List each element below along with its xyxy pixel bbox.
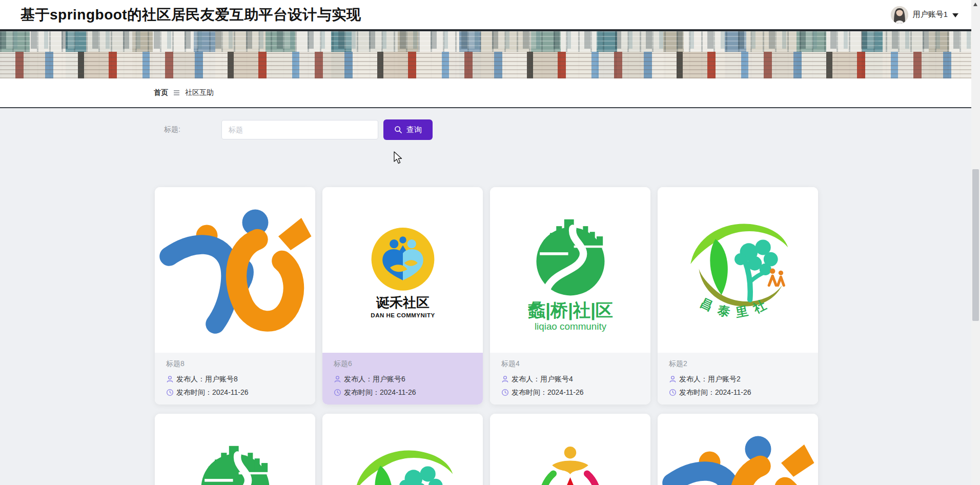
card-image: 昌泰里社区 [658, 187, 818, 353]
person-icon [669, 375, 677, 383]
card-image [322, 414, 483, 485]
page-title: 基于springboot的社区居民友爱互助平台设计与实现 [21, 5, 361, 25]
user-menu[interactable]: 用户账号1 [891, 0, 958, 29]
heart-people-logo-icon [158, 193, 312, 347]
header: 基于springboot的社区居民友爱互助平台设计与实现 用户账号1 [0, 0, 980, 29]
person-icon [334, 375, 341, 383]
person-icon [501, 375, 509, 383]
card[interactable]: 标题8 发布人：用户账号8 发布时间：2024-11-26 [155, 187, 315, 405]
publisher-value: 用户账号6 [373, 372, 405, 386]
card-image: 诞禾社区 DAN HE COMMYNITY [322, 187, 483, 353]
search-button-label: 查询 [406, 125, 422, 135]
card-grid: 标题8 发布人：用户账号8 发布时间：2024-11-26 [155, 187, 819, 485]
card-time-row: 发布时间：2024-11-26 [334, 386, 472, 399]
card-title: 标题2 [669, 359, 807, 369]
clock-icon [501, 389, 509, 396]
card-info: 标题4 发布人：用户账号4 发布时间：2024-11-26 [490, 353, 650, 405]
breadcrumb-home[interactable]: 首页 [154, 88, 168, 97]
clock-icon [669, 389, 677, 396]
star-people-logo-icon [510, 436, 630, 485]
card[interactable] [490, 414, 650, 485]
card-publisher-row: 发布人：用户账号8 [166, 372, 304, 386]
time-label: 发布时间： [176, 386, 212, 399]
publisher-value: 用户账号4 [540, 372, 573, 386]
publisher-label: 发布人： [344, 372, 373, 386]
card-image [658, 414, 818, 485]
publisher-label: 发布人： [512, 372, 540, 386]
caret-down-icon [952, 13, 958, 17]
content: 标题: 查询 [0, 108, 980, 485]
card-time-row: 发布时间：2024-11-26 [669, 386, 807, 399]
search-button[interactable]: 查询 [383, 119, 433, 140]
card[interactable]: 蠡|桥|社|区 liqiao community 标题4 发布人：用户账号4 [490, 187, 650, 405]
time-value: 2024-11-26 [715, 386, 751, 399]
banner-image [0, 29, 980, 78]
changtaili-community-logo-icon: 昌泰里社区 [679, 205, 798, 335]
time-label: 发布时间： [679, 386, 715, 399]
card[interactable]: 诞禾社区 DAN HE COMMYNITY 标题6 发布人：用户账号6 [322, 187, 483, 405]
card-info: 标题8 发布人：用户账号8 发布时间：2024-11-26 [155, 353, 315, 405]
liqiao-community-logo-icon [178, 431, 292, 485]
card-image [155, 414, 315, 485]
liqiao-en-text: liqiao community [534, 321, 606, 332]
username: 用户账号1 [913, 10, 948, 19]
page: 基于springboot的社区居民友爱互助平台设计与实现 用户账号1 首页 社区… [0, 0, 980, 485]
time-value: 2024-11-26 [547, 386, 584, 399]
avatar-image [891, 6, 908, 24]
card-publisher-row: 发布人：用户账号2 [669, 372, 807, 386]
scrollbar[interactable] [971, 0, 980, 485]
liqiao-cn-text: 蠡|桥|社|区 [527, 300, 612, 320]
card-publisher-row: 发布人：用户账号4 [501, 372, 639, 386]
publisher-label: 发布人： [176, 372, 205, 386]
breadcrumb: 首页 社区互助 [0, 78, 980, 108]
card-info: 标题2 发布人：用户账号2 发布时间：2024-11-26 [658, 353, 818, 405]
liqiao-community-logo-icon: 蠡|桥|社|区 liqiao community [514, 205, 627, 335]
card[interactable] [658, 414, 818, 485]
card-title: 标题4 [501, 359, 639, 369]
danhe-community-logo-icon: 诞禾社区 DAN HE COMMYNITY [354, 216, 452, 324]
search-icon [394, 126, 402, 134]
card-publisher-row: 发布人：用户账号6 [334, 372, 472, 386]
time-label: 发布时间： [512, 386, 547, 399]
danhe-cn-text: 诞禾社区 [376, 295, 430, 310]
clock-icon [166, 389, 174, 396]
scrollbar-thumb[interactable] [972, 169, 979, 321]
card-image [155, 187, 315, 353]
clock-icon [334, 389, 341, 396]
search-label: 标题: [164, 125, 221, 134]
card[interactable]: 昌泰里社区 标题2 发布人：用户账号2 [658, 187, 818, 405]
heart-people-logo-icon [661, 420, 815, 485]
person-icon [166, 375, 174, 383]
publisher-label: 发布人： [679, 372, 708, 386]
time-value: 2024-11-26 [212, 386, 249, 399]
publisher-value: 用户账号2 [708, 372, 741, 386]
scrollbar-up-arrow-icon[interactable] [973, 3, 977, 6]
card-time-row: 发布时间：2024-11-26 [501, 386, 639, 399]
card-info-highlighted: 标题6 发布人：用户账号6 发布时间：2024-11-26 [322, 353, 483, 405]
card[interactable] [322, 414, 483, 485]
breadcrumb-current: 社区互助 [185, 88, 214, 97]
card[interactable] [155, 414, 315, 485]
time-value: 2024-11-26 [380, 386, 416, 399]
card-image: 蠡|桥|社|区 liqiao community [490, 187, 650, 353]
danhe-en-text: DAN HE COMMYNITY [371, 312, 435, 318]
time-label: 发布时间： [344, 386, 380, 399]
card-time-row: 发布时间：2024-11-26 [166, 386, 304, 399]
search-form: 标题: 查询 [164, 119, 980, 140]
breadcrumb-separator-icon [174, 90, 179, 95]
card-title: 标题8 [166, 359, 304, 369]
card-image [490, 414, 650, 485]
changtaili-community-logo-icon [343, 431, 462, 485]
search-input[interactable] [221, 120, 378, 139]
card-title: 标题6 [334, 359, 472, 369]
publisher-value: 用户账号8 [205, 372, 238, 386]
avatar[interactable] [891, 6, 908, 24]
